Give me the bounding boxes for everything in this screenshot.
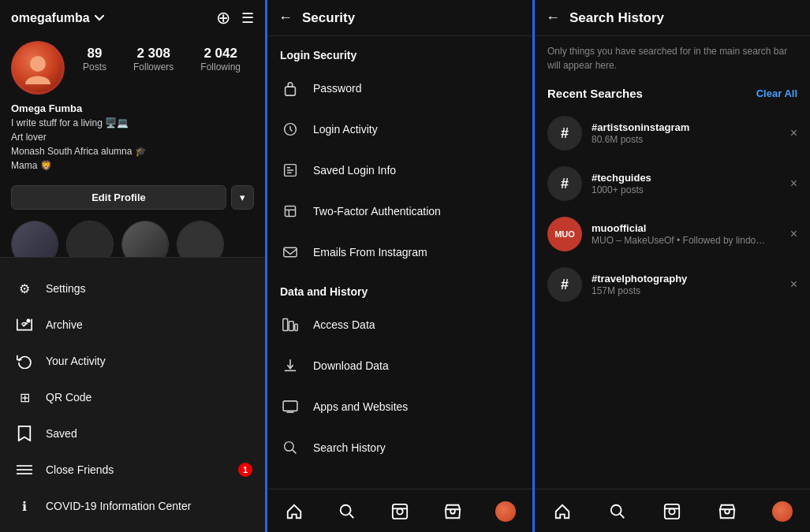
- svg-rect-12: [283, 319, 288, 331]
- close-search-2[interactable]: ×: [790, 177, 797, 191]
- nav-reels-icon[interactable]: [386, 497, 414, 526]
- search-nav-shop-icon[interactable]: [713, 497, 741, 526]
- close-search-4[interactable]: ×: [790, 277, 797, 292]
- access-data-icon: [280, 314, 300, 335]
- hashtag-icon-1: #: [547, 116, 582, 151]
- security-item-emails[interactable]: Emails From Instagram: [267, 232, 532, 273]
- two-factor-label: Two-Factor Authentication: [313, 205, 441, 218]
- profile-topbar: omegafumba ⊕ ☰: [0, 0, 265, 35]
- search-nav-profile-icon[interactable]: [768, 497, 797, 526]
- menu-item-archive[interactable]: Archive: [0, 307, 265, 343]
- security-bottom-nav: [267, 489, 532, 532]
- svg-line-19: [349, 514, 353, 518]
- security-item-password[interactable]: Password: [267, 68, 532, 109]
- svg-rect-11: [284, 247, 297, 256]
- search-history-label: Search History: [313, 441, 386, 454]
- security-item-apps-websites[interactable]: Apps and Websites: [267, 386, 532, 427]
- nav-search-icon[interactable]: [333, 497, 361, 526]
- security-panel: ← Security Login Security Password Login…: [267, 0, 532, 532]
- profile-stats: 89 Posts 2 308 Followers 2 042 Following: [0, 35, 265, 102]
- posts-label: Posts: [83, 61, 106, 73]
- search-subtitle: Only things you have searched for in the…: [535, 36, 810, 84]
- security-title: Security: [302, 10, 355, 26]
- security-item-access-data[interactable]: Access Data: [267, 304, 532, 345]
- menu-item-your-activity[interactable]: Your Activity: [0, 343, 265, 379]
- svg-rect-8: [285, 206, 295, 216]
- saved-login-label: Saved Login Info: [313, 164, 396, 177]
- security-item-login-activity[interactable]: Login Activity: [267, 109, 532, 150]
- stat-posts[interactable]: 89 Posts: [83, 46, 106, 73]
- add-post-icon[interactable]: ⊕: [216, 8, 230, 28]
- svg-point-23: [610, 505, 621, 515]
- search-nav-search-icon[interactable]: [603, 497, 632, 526]
- menu-item-qrcode[interactable]: ⊞ QR Code: [0, 379, 265, 415]
- search-result-techguides[interactable]: # #techguides 1000+ posts ×: [535, 158, 810, 209]
- apps-websites-icon: [280, 396, 300, 417]
- qrcode-icon: ⊞: [16, 389, 33, 406]
- svg-point-16: [285, 442, 293, 451]
- close-search-1[interactable]: ×: [790, 126, 797, 140]
- search-result-travelphotography[interactable]: # #travelphotography 157M posts ×: [535, 259, 810, 310]
- avatar-inner: [13, 43, 62, 92]
- search-result-artistsoninstagram[interactable]: # #artistsoninstagram 80.6M posts ×: [535, 108, 810, 158]
- data-history-header: Data and History: [267, 273, 532, 304]
- download-data-icon: [280, 355, 300, 376]
- svg-rect-25: [665, 504, 679, 519]
- edit-profile-button[interactable]: Edit Profile: [11, 185, 226, 210]
- search-item-sub-1: 80.6M posts: [592, 134, 781, 145]
- hashtag-icon-4: #: [547, 267, 582, 302]
- menu-item-settings[interactable]: ⚙ Settings: [0, 270, 265, 307]
- recent-searches-title: Recent Searches: [547, 87, 643, 100]
- profile-chevron-button[interactable]: ▾: [231, 185, 254, 210]
- security-header: ← Security: [267, 0, 532, 36]
- your-activity-label: Your Activity: [46, 355, 106, 367]
- followers-label: Followers: [133, 61, 174, 73]
- archive-label: Archive: [46, 318, 83, 331]
- posts-count: 89: [88, 46, 103, 61]
- search-history-back-button[interactable]: ←: [546, 9, 560, 26]
- menu-item-saved[interactable]: Saved: [0, 415, 265, 452]
- close-friends-label: Close Friends: [46, 463, 114, 476]
- close-search-3[interactable]: ×: [790, 227, 797, 241]
- search-nav-reels-icon[interactable]: [658, 497, 686, 526]
- svg-rect-5: [286, 87, 296, 95]
- username-row[interactable]: omegafumba: [11, 11, 104, 25]
- hamburger-icon[interactable]: ☰: [241, 9, 254, 27]
- stat-following[interactable]: 2 042 Following: [200, 46, 241, 73]
- security-item-saved-login[interactable]: Saved Login Info: [267, 150, 532, 191]
- emails-label: Emails From Instagram: [313, 246, 427, 259]
- slide-up-menu: ⚙ Settings Archive Your Activity: [0, 257, 265, 532]
- security-item-search-history[interactable]: Search History: [267, 427, 532, 468]
- emails-icon: [280, 242, 300, 262]
- search-item-name-4: #travelphotography: [592, 273, 781, 285]
- search-item-text-2: #techguides 1000+ posts: [592, 172, 781, 195]
- svg-rect-14: [295, 324, 297, 330]
- search-item-name-1: #artistsoninstagram: [592, 121, 781, 133]
- covid-label: COVID-19 Information Center: [46, 500, 191, 512]
- security-item-2fa[interactable]: Two-Factor Authentication: [267, 191, 532, 232]
- search-item-sub-2: 1000+ posts: [592, 184, 781, 195]
- stat-followers[interactable]: 2 308 Followers: [133, 46, 174, 73]
- display-name: Omega Fumba: [11, 102, 254, 114]
- search-result-muoofficial[interactable]: MUO muoofficial MUO – MakeUseOf • Follow…: [535, 209, 810, 259]
- clear-all-button[interactable]: Clear All: [756, 87, 797, 99]
- dropdown-icon[interactable]: [95, 15, 104, 21]
- header-icons: ⊕ ☰: [216, 8, 254, 28]
- nav-home-icon[interactable]: [280, 497, 308, 526]
- menu-item-close-friends[interactable]: Close Friends 1: [0, 452, 265, 488]
- search-item-sub-3: MUO – MakeUseOf • Followed by lindo…: [592, 235, 781, 246]
- menu-item-covid[interactable]: ℹ COVID-19 Information Center: [0, 488, 265, 524]
- username-text: omegafumba: [11, 11, 90, 25]
- svg-point-0: [30, 56, 46, 72]
- svg-point-26: [670, 508, 675, 514]
- two-factor-icon: [280, 201, 300, 221]
- security-back-button[interactable]: ←: [278, 9, 293, 26]
- security-item-download-data[interactable]: Download Data: [267, 345, 532, 386]
- bio-line-4: Mama 🦁: [11, 158, 254, 173]
- your-activity-icon: [16, 352, 33, 370]
- following-count: 2 042: [203, 46, 237, 61]
- nav-profile-icon[interactable]: [491, 497, 520, 526]
- access-data-label: Access Data: [313, 318, 375, 331]
- search-nav-home-icon[interactable]: [548, 497, 577, 526]
- nav-shop-icon[interactable]: [439, 497, 467, 526]
